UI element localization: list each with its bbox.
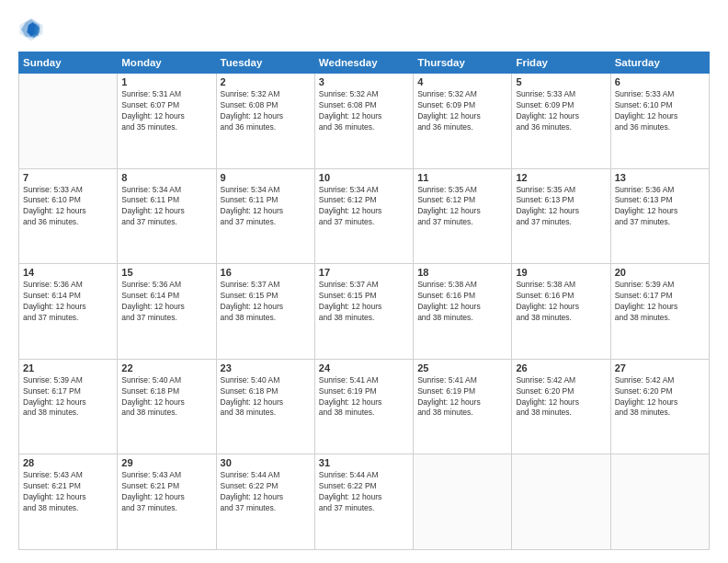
day-number: 23 (221, 362, 311, 373)
cell-info: Sunrise: 5:31 AM Sunset: 6:07 PM Dayligh… (121, 89, 211, 133)
cell-info: Sunrise: 5:39 AM Sunset: 6:17 PM Dayligh… (23, 375, 113, 419)
calendar-cell: 27Sunrise: 5:42 AM Sunset: 6:20 PM Dayli… (610, 359, 709, 454)
cell-info: Sunrise: 5:33 AM Sunset: 6:10 PM Dayligh… (23, 185, 113, 229)
calendar-cell (19, 74, 118, 169)
cell-info: Sunrise: 5:44 AM Sunset: 6:22 PM Dayligh… (221, 470, 311, 514)
day-number: 28 (23, 457, 113, 468)
calendar-cell (512, 454, 610, 550)
day-number: 15 (121, 267, 211, 278)
cell-info: Sunrise: 5:33 AM Sunset: 6:10 PM Dayligh… (615, 89, 705, 133)
week-row-1: 1Sunrise: 5:31 AM Sunset: 6:07 PM Daylig… (19, 74, 710, 169)
cell-info: Sunrise: 5:40 AM Sunset: 6:18 PM Dayligh… (221, 375, 311, 419)
day-number: 12 (516, 172, 606, 183)
cell-info: Sunrise: 5:37 AM Sunset: 6:15 PM Dayligh… (221, 280, 311, 324)
day-number: 27 (615, 362, 705, 373)
weekday-header-friday: Friday (512, 52, 610, 74)
cell-info: Sunrise: 5:39 AM Sunset: 6:17 PM Dayligh… (615, 280, 705, 324)
cell-info: Sunrise: 5:41 AM Sunset: 6:19 PM Dayligh… (417, 375, 507, 419)
day-number: 5 (516, 76, 606, 87)
cell-info: Sunrise: 5:34 AM Sunset: 6:11 PM Dayligh… (121, 185, 211, 229)
cell-info: Sunrise: 5:36 AM Sunset: 6:13 PM Dayligh… (615, 185, 705, 229)
day-number: 16 (221, 267, 311, 278)
calendar-cell: 2Sunrise: 5:32 AM Sunset: 6:08 PM Daylig… (216, 74, 314, 169)
day-number: 4 (417, 76, 507, 87)
day-number: 7 (23, 172, 113, 183)
day-number: 31 (319, 457, 409, 468)
week-row-4: 21Sunrise: 5:39 AM Sunset: 6:17 PM Dayli… (19, 359, 710, 454)
calendar-cell (414, 454, 512, 550)
calendar-cell: 4Sunrise: 5:32 AM Sunset: 6:09 PM Daylig… (414, 74, 512, 169)
calendar-cell: 1Sunrise: 5:31 AM Sunset: 6:07 PM Daylig… (118, 74, 216, 169)
calendar-cell: 14Sunrise: 5:36 AM Sunset: 6:14 PM Dayli… (19, 264, 118, 360)
weekday-header-row: SundayMondayTuesdayWednesdayThursdayFrid… (19, 52, 710, 74)
calendar-cell: 28Sunrise: 5:43 AM Sunset: 6:21 PM Dayli… (19, 454, 118, 550)
calendar-cell: 21Sunrise: 5:39 AM Sunset: 6:17 PM Dayli… (19, 359, 118, 454)
day-number: 10 (319, 172, 409, 183)
calendar-table: SundayMondayTuesdayWednesdayThursdayFrid… (18, 52, 710, 550)
calendar-cell: 26Sunrise: 5:42 AM Sunset: 6:20 PM Dayli… (512, 359, 610, 454)
day-number: 18 (417, 267, 507, 278)
cell-info: Sunrise: 5:40 AM Sunset: 6:18 PM Dayligh… (121, 375, 211, 419)
cell-info: Sunrise: 5:36 AM Sunset: 6:14 PM Dayligh… (23, 280, 113, 324)
calendar-cell: 11Sunrise: 5:35 AM Sunset: 6:12 PM Dayli… (414, 168, 512, 264)
calendar-cell: 7Sunrise: 5:33 AM Sunset: 6:10 PM Daylig… (19, 168, 118, 264)
day-number: 21 (23, 362, 113, 373)
cell-info: Sunrise: 5:34 AM Sunset: 6:11 PM Dayligh… (221, 185, 311, 229)
calendar-cell: 25Sunrise: 5:41 AM Sunset: 6:19 PM Dayli… (414, 359, 512, 454)
cell-info: Sunrise: 5:38 AM Sunset: 6:16 PM Dayligh… (516, 280, 606, 324)
calendar-cell: 12Sunrise: 5:35 AM Sunset: 6:13 PM Dayli… (512, 168, 610, 264)
day-number: 24 (319, 362, 409, 373)
day-number: 3 (319, 76, 409, 87)
calendar-cell (610, 454, 709, 550)
calendar-cell: 24Sunrise: 5:41 AM Sunset: 6:19 PM Dayli… (314, 359, 413, 454)
weekday-header-wednesday: Wednesday (314, 52, 413, 74)
day-number: 29 (121, 457, 211, 468)
day-number: 19 (516, 267, 606, 278)
day-number: 2 (221, 76, 311, 87)
cell-info: Sunrise: 5:38 AM Sunset: 6:16 PM Dayligh… (417, 280, 507, 324)
cell-info: Sunrise: 5:32 AM Sunset: 6:08 PM Dayligh… (319, 89, 409, 133)
day-number: 1 (121, 76, 211, 87)
cell-info: Sunrise: 5:36 AM Sunset: 6:14 PM Dayligh… (121, 280, 211, 324)
calendar-cell: 8Sunrise: 5:34 AM Sunset: 6:11 PM Daylig… (118, 168, 216, 264)
week-row-2: 7Sunrise: 5:33 AM Sunset: 6:10 PM Daylig… (19, 168, 710, 264)
calendar-cell: 17Sunrise: 5:37 AM Sunset: 6:15 PM Dayli… (314, 264, 413, 360)
calendar-cell: 19Sunrise: 5:38 AM Sunset: 6:16 PM Dayli… (512, 264, 610, 360)
calendar-cell: 10Sunrise: 5:34 AM Sunset: 6:12 PM Dayli… (314, 168, 413, 264)
day-number: 20 (615, 267, 705, 278)
day-number: 8 (121, 172, 211, 183)
weekday-header-monday: Monday (118, 52, 216, 74)
day-number: 11 (417, 172, 507, 183)
day-number: 6 (615, 76, 705, 87)
cell-info: Sunrise: 5:35 AM Sunset: 6:12 PM Dayligh… (417, 185, 507, 229)
calendar-cell: 23Sunrise: 5:40 AM Sunset: 6:18 PM Dayli… (216, 359, 314, 454)
calendar-cell: 15Sunrise: 5:36 AM Sunset: 6:14 PM Dayli… (118, 264, 216, 360)
cell-info: Sunrise: 5:32 AM Sunset: 6:09 PM Dayligh… (417, 89, 507, 133)
day-number: 13 (615, 172, 705, 183)
calendar-cell: 6Sunrise: 5:33 AM Sunset: 6:10 PM Daylig… (610, 74, 709, 169)
logo-icon (18, 17, 44, 42)
calendar-cell: 9Sunrise: 5:34 AM Sunset: 6:11 PM Daylig… (216, 168, 314, 264)
cell-info: Sunrise: 5:37 AM Sunset: 6:15 PM Dayligh… (319, 280, 409, 324)
weekday-header-saturday: Saturday (610, 52, 709, 74)
cell-info: Sunrise: 5:43 AM Sunset: 6:21 PM Dayligh… (121, 470, 211, 514)
day-number: 17 (319, 267, 409, 278)
day-number: 14 (23, 267, 113, 278)
calendar-cell: 31Sunrise: 5:44 AM Sunset: 6:22 PM Dayli… (314, 454, 413, 550)
week-row-5: 28Sunrise: 5:43 AM Sunset: 6:21 PM Dayli… (19, 454, 710, 550)
calendar-cell: 13Sunrise: 5:36 AM Sunset: 6:13 PM Dayli… (610, 168, 709, 264)
weekday-header-tuesday: Tuesday (216, 52, 314, 74)
cell-info: Sunrise: 5:41 AM Sunset: 6:19 PM Dayligh… (319, 375, 409, 419)
day-number: 30 (221, 457, 311, 468)
calendar-cell: 20Sunrise: 5:39 AM Sunset: 6:17 PM Dayli… (610, 264, 709, 360)
day-number: 9 (221, 172, 311, 183)
weekday-header-thursday: Thursday (414, 52, 512, 74)
cell-info: Sunrise: 5:42 AM Sunset: 6:20 PM Dayligh… (615, 375, 705, 419)
calendar-cell: 3Sunrise: 5:32 AM Sunset: 6:08 PM Daylig… (314, 74, 413, 169)
weekday-header-sunday: Sunday (19, 52, 118, 74)
cell-info: Sunrise: 5:33 AM Sunset: 6:09 PM Dayligh… (516, 89, 606, 133)
cell-info: Sunrise: 5:32 AM Sunset: 6:08 PM Dayligh… (221, 89, 311, 133)
calendar-cell: 5Sunrise: 5:33 AM Sunset: 6:09 PM Daylig… (512, 74, 610, 169)
calendar-cell: 29Sunrise: 5:43 AM Sunset: 6:21 PM Dayli… (118, 454, 216, 550)
calendar-cell: 22Sunrise: 5:40 AM Sunset: 6:18 PM Dayli… (118, 359, 216, 454)
